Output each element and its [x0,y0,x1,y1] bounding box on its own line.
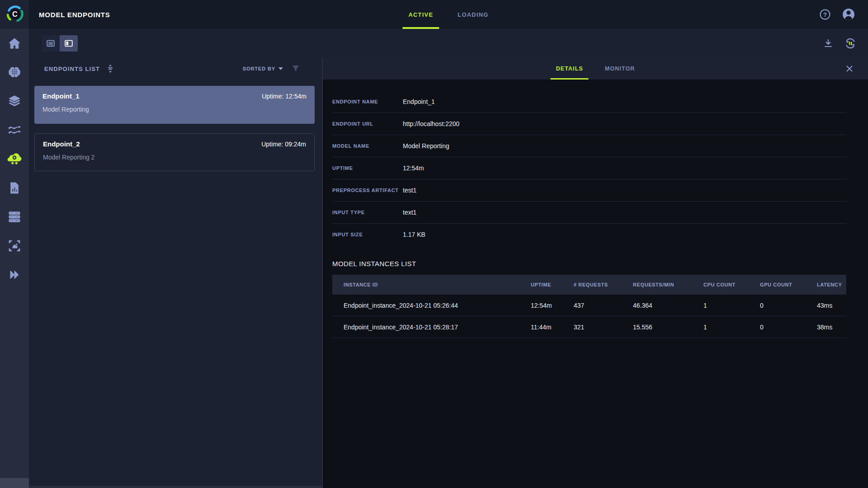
home-icon [8,38,21,49]
sidebar: C [0,0,29,488]
cell-requests: 321 [574,324,633,331]
cell-gpu-count: 0 [760,302,817,309]
endpoints-list-title: ENDPOINTS LIST [44,66,100,72]
col-instance-id: INSTANCE ID [332,282,531,287]
sidebar-item-model-serving[interactable] [0,145,29,174]
download-button[interactable] [823,38,834,49]
toolbar [29,29,868,58]
sort-tune-icon[interactable] [106,64,114,73]
field-label: MODEL NAME [332,143,403,149]
field-value: test1 [403,187,416,194]
sidebar-item-projects[interactable] [0,58,29,87]
cell-uptime: 11:44m [531,324,574,331]
double-chevron-right-icon [9,270,20,280]
app-root: C [0,0,868,488]
field-endpoint-url: ENDPOINT URL http://localhost:2200 [332,113,846,135]
user-avatar-icon [841,7,856,22]
field-preprocess-artifact: PREPROCESS ARTIFACT test1 [332,179,846,201]
cell-uptime: 12:54m [531,302,574,309]
details-panel: DETAILS MONITOR ENDPOINT NAME [323,58,868,488]
auto-refresh-pause-icon [844,38,856,49]
sidebar-item-workers-queues[interactable] [0,202,29,231]
download-icon [823,38,834,49]
main-area: MODEL ENDPOINTS ACTIVE LOADING ? [29,0,868,488]
pipelines-icon [8,125,21,136]
field-label: ENDPOINT URL [332,121,403,127]
col-gpu-count: GPU COUNT [760,282,817,287]
table-row[interactable]: Endpoint_instance_2024-10-21 05:28:17 11… [332,316,846,338]
app-logo[interactable]: C [0,0,29,29]
field-value: text1 [403,209,416,216]
layers-icon [8,95,21,108]
sorted-by-dropdown[interactable]: SORTED BY [243,66,283,71]
filter-icon[interactable] [291,64,300,73]
endpoints-list-header: ENDPOINTS LIST SORTED BY [29,58,322,80]
field-value: http://localhost:2200 [403,120,459,127]
annotation-frame-icon [8,239,21,252]
clearml-logo-icon: C [4,4,25,25]
table-view-icon [46,38,56,48]
user-menu-button[interactable] [841,7,856,22]
sidebar-item-home[interactable] [0,29,29,58]
endpoint-name: Endpoint_1 [42,92,80,100]
details-panel-header: DETAILS MONITOR [323,58,868,80]
details-view-button[interactable] [60,35,78,52]
cell-cpu-count: 1 [703,302,760,309]
toolbar-actions [823,38,856,49]
cell-requests-min: 15.556 [633,324,703,331]
sidebar-item-expand[interactable] [0,260,29,289]
sidebar-item-reports[interactable] [0,174,29,202]
tab-monitor[interactable]: MONITOR [599,58,641,80]
field-endpoint-name: ENDPOINT NAME Endpoint_1 [332,90,846,113]
horizontal-scrollbar[interactable] [29,486,322,488]
col-latency: LATENCY [817,282,846,287]
field-label: INPUT TYPE [332,210,403,215]
tab-active-label: ACTIVE [408,11,433,18]
servers-icon [8,211,21,223]
field-value: 12:54m [403,164,424,172]
topbar-actions: ? [819,7,868,22]
report-doc-icon [9,182,20,194]
help-icon: ? [819,9,831,20]
help-button[interactable]: ? [819,9,831,20]
sidebar-item-hyper-datasets[interactable] [0,231,29,260]
tab-loading[interactable]: LOADING [452,0,494,29]
cell-latency: 38ms [817,324,846,331]
cell-requests: 437 [574,302,633,309]
endpoint-name: Endpoint_2 [43,140,80,148]
endpoint-card-1[interactable]: Endpoint_1 Uptime: 12:54m Model Reportin… [34,86,315,124]
col-requests-min: REQUESTS/MIN [633,282,703,287]
tab-loading-label: LOADING [458,11,488,18]
sidebar-item-datasets[interactable] [0,87,29,116]
table-view-button[interactable] [42,35,60,52]
sidebar-nav [0,29,29,289]
table-row[interactable]: Endpoint_instance_2024-10-21 05:26:44 12… [332,295,846,316]
content: ENDPOINTS LIST SORTED BY [29,58,868,488]
sidebar-item-pipelines[interactable] [0,116,29,145]
page-title: MODEL ENDPOINTS [39,11,110,19]
chevron-down-icon [278,67,283,70]
endpoint-uptime: Uptime: 12:54m [262,93,307,100]
tab-monitor-label: MONITOR [605,66,635,72]
field-input-size: INPUT SIZE 1.17 KB [332,223,846,245]
field-value: 1.17 KB [403,231,425,238]
tab-details[interactable]: DETAILS [551,58,589,80]
field-value: Model Reporting [403,142,449,150]
field-label: ENDPOINT NAME [332,99,403,104]
tab-active[interactable]: ACTIVE [402,0,439,29]
field-label: INPUT SIZE [332,232,403,237]
cell-instance-id: Endpoint_instance_2024-10-21 05:28:17 [332,324,531,331]
details-tabs: DETAILS MONITOR [551,58,641,80]
serving-cloud-gear-icon [7,152,22,166]
cell-cpu-count: 1 [703,324,760,331]
model-instances-table: INSTANCE ID UPTIME # REQUESTS REQUESTS/M… [332,275,846,338]
close-details-button[interactable] [844,64,854,74]
endpoint-model: Model Reporting 2 [43,154,306,161]
svg-text:C: C [12,10,18,18]
col-uptime: UPTIME [531,282,574,287]
auto-refresh-button[interactable] [844,38,856,49]
close-icon [844,64,854,74]
endpoint-card-2[interactable]: Endpoint_2 Uptime: 09:24m Model Reportin… [34,133,315,171]
tab-details-label: DETAILS [556,66,583,72]
endpoint-state-tabs: ACTIVE LOADING [402,0,494,29]
